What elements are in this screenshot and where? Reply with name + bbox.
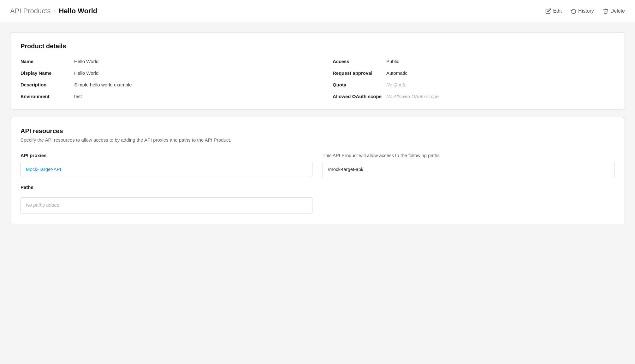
details-grid: Name Hello World Display Name Hello Worl… [21,59,614,99]
detail-row-environment: Environment test [21,94,302,99]
proxies-label: API proxies [21,153,312,158]
breadcrumb: API Products › Hello World [10,7,97,15]
detail-row-description: Description Simple hello world example [21,82,302,87]
value-request-approval: Automatic [386,70,407,76]
value-oauth-scope: No Allowed OAuth scope [386,94,439,99]
value-display-name: Hello World [74,70,98,76]
edit-button[interactable]: Edit [545,6,562,15]
header-actions: Edit History Delete [545,6,625,15]
api-resources-left: API proxies Mock-Target-API Paths No pat… [21,153,312,214]
breadcrumb-current: Hello World [59,7,97,15]
api-proxies-section: API proxies Mock-Target-API [21,153,312,185]
label-display-name: Display Name [21,70,74,76]
value-environment: test [74,94,82,99]
edit-icon [545,8,551,14]
detail-row-access: Access Public [333,59,614,64]
detail-row-quota: Quota No Quota [333,82,614,87]
breadcrumb-separator: › [54,8,56,14]
edit-label: Edit [553,8,562,14]
product-details-title: Product details [21,43,614,50]
label-environment: Environment [21,94,74,99]
allowed-paths-section: This API Product will allow access to th… [323,153,614,214]
value-description: Simple hello world example [74,82,132,87]
paths-empty: No paths added. [26,202,61,208]
paths-section: Paths No paths added. [21,185,312,214]
api-resources-title: API resources [21,127,614,135]
paths-box: No paths added. [21,197,312,214]
paths-label: Paths [21,185,312,190]
proxy-link[interactable]: Mock-Target-API [26,167,61,172]
delete-icon [603,8,608,14]
label-quota: Quota [333,82,386,87]
detail-row-request-approval: Request approval Automatic [333,70,614,76]
allowed-path-value: /mock-target-api/ [328,167,364,172]
page-header: API Products › Hello World Edit History [0,0,635,22]
api-resources-body: API proxies Mock-Target-API Paths No pat… [21,153,614,214]
product-details-card: Product details Name Hello World Display… [10,32,625,109]
label-access: Access [333,59,386,64]
api-proxy-box: Mock-Target-API [21,162,312,177]
value-quota: No Quota [386,82,407,87]
allowed-paths-label: This API Product will allow access to th… [323,153,614,158]
label-name: Name [21,59,74,64]
history-icon [571,8,576,14]
label-oauth-scope: Allowed OAuth scope [333,94,386,99]
history-label: History [578,8,594,14]
api-resources-card: API resources Specify the API resources … [10,117,625,224]
breadcrumb-parent[interactable]: API Products [10,7,50,15]
value-access: Public [386,59,399,64]
details-left: Name Hello World Display Name Hello Worl… [21,59,318,99]
label-description: Description [21,82,74,87]
details-right: Access Public Request approval Automatic… [318,59,614,99]
delete-button[interactable]: Delete [603,6,625,15]
api-resources-subtitle: Specify the API resources to allow acces… [21,137,614,143]
detail-row-oauth-scope: Allowed OAuth scope No Allowed OAuth sco… [333,94,614,99]
detail-row-name: Name Hello World [21,59,302,64]
history-button[interactable]: History [571,6,594,15]
delete-label: Delete [610,8,625,14]
value-name: Hello World [74,59,98,64]
main-content: Product details Name Hello World Display… [0,22,635,234]
allowed-paths-box: /mock-target-api/ [323,162,614,178]
detail-row-display-name: Display Name Hello World [21,70,302,76]
label-request-approval: Request approval [333,70,386,76]
